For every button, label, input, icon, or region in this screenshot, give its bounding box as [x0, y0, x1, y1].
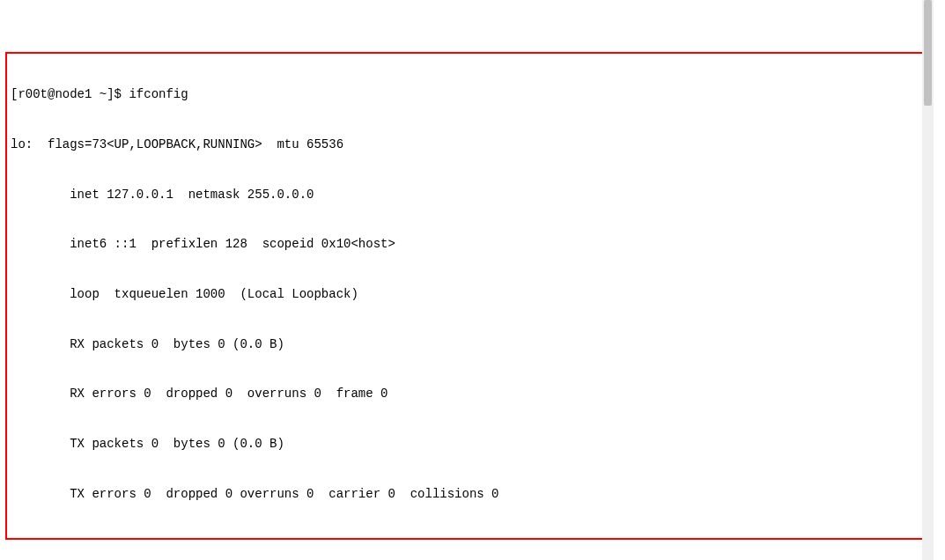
ifconfig-lo-tx: TX packets 0 bytes 0 (0.0 B)	[11, 436, 919, 453]
scrollbar-thumb[interactable]	[924, 0, 932, 106]
ifconfig-lo-rxerr: RX errors 0 dropped 0 overruns 0 frame 0	[11, 386, 919, 402]
ifconfig-lo: lo: flags=73<UP,LOOPBACK,RUNNING> mtu 65…	[11, 136, 919, 153]
scrollbar-vertical[interactable]	[922, 0, 934, 560]
ifconfig-lo-inet: inet 127.0.0.1 netmask 255.0.0.0	[11, 187, 919, 203]
ifconfig-lo-loop: loop txqueuelen 1000 (Local Loopback)	[11, 286, 919, 303]
ifconfig-lo-txerr: TX errors 0 dropped 0 overruns 0 carrier…	[11, 486, 919, 503]
terminal-output: [r00t@node1 ~]$ ifconfig lo: flags=73<UP…	[0, 0, 934, 560]
ifconfig-lo-inet6: inet6 ::1 prefixlen 128 scopeid 0x10<hos…	[11, 236, 919, 253]
prompt-line: [r00t@node1 ~]$ ifconfig	[11, 86, 919, 103]
ifconfig-lo-rx: RX packets 0 bytes 0 (0.0 B)	[11, 336, 919, 353]
highlight-box-1: [r00t@node1 ~]$ ifconfig lo: flags=73<UP…	[5, 52, 925, 540]
